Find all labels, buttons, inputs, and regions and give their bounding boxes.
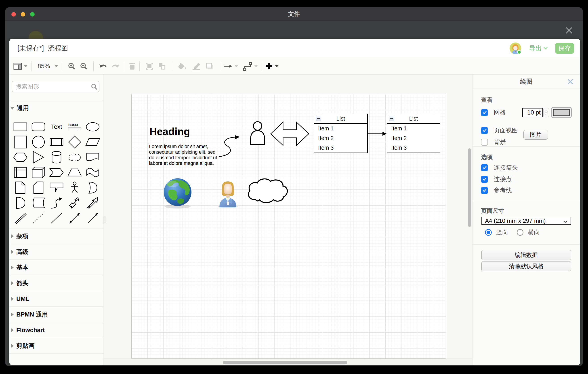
horizontal-scrollbar-track[interactable] [104,359,472,365]
sidebar-section-misc[interactable]: 杂项 [9,228,103,244]
background-image-button[interactable]: 图片 [524,130,548,140]
list-item[interactable]: Item 3 [387,143,440,153]
shape-trapezoid[interactable] [66,165,84,180]
shape-square[interactable] [11,134,29,150]
redo-button[interactable] [111,63,119,69]
horizontal-scrollbar-thumb[interactable] [223,361,347,364]
shape-or[interactable] [84,180,102,195]
zoom-in-button[interactable] [68,62,75,70]
page-size-select[interactable]: A4 (210 mm x 297 mm) ⌄ [482,217,571,225]
grid-color-button[interactable] [551,107,572,118]
export-button[interactable]: 导出 [529,44,547,53]
save-button[interactable]: 保存 [555,43,574,54]
list-item[interactable]: Item 2 [314,133,367,143]
diagram-heading-text[interactable]: Heading [149,125,190,138]
connection-arrows-checkbox[interactable] [481,164,488,171]
sidebar-section-arrows[interactable]: 箭头 [9,275,103,291]
page-view-checkbox[interactable] [481,127,488,134]
sidebar-section-advanced[interactable]: 高级 [9,244,103,260]
list-item[interactable]: Item 1 [314,124,367,133]
view-layout-caret-icon[interactable] [24,65,28,67]
list-shape-1[interactable]: List Item 1 Item 2 Item 3 [314,114,368,153]
undo-button[interactable] [99,63,107,69]
diagram-cloud-shape[interactable] [246,176,289,205]
shape-actor[interactable] [66,180,84,195]
diagram-person-shape[interactable] [249,121,266,145]
shape-bidirectional-arrow[interactable] [66,195,84,210]
shape-line[interactable] [47,210,65,226]
shape-triangle[interactable] [29,150,47,165]
shape-curve[interactable] [47,195,65,210]
shape-parallelogram[interactable] [84,134,102,150]
shape-ellipse[interactable] [84,119,102,134]
shape-cloud[interactable] [66,150,84,165]
guides-checkbox[interactable] [481,187,488,194]
shape-step[interactable] [47,165,65,180]
sidebar-resize-handle[interactable] [104,217,106,223]
shape-and[interactable] [11,195,29,210]
drawing-canvas[interactable]: Heading Lorem ipsum dolor sit amet, cons… [104,75,472,365]
diagram-paragraph-text[interactable]: Lorem ipsum dolor sit amet, consectetur … [149,144,217,166]
shape-link[interactable] [11,210,29,226]
shape-note[interactable] [11,180,29,195]
list-item[interactable]: Item 1 [387,124,440,133]
shape-cube[interactable] [29,165,47,180]
shape-dashed-line[interactable] [29,210,47,226]
connection-style-caret-icon[interactable] [234,65,238,67]
list-item[interactable]: Item 3 [314,143,367,153]
list-2-header[interactable]: List [387,114,440,124]
list-item[interactable]: Item 2 [387,133,440,143]
landscape-radio[interactable] [517,229,524,236]
diagram-globe-clipart[interactable] [163,177,193,209]
line-color-button[interactable] [192,62,201,70]
shape-data-storage[interactable] [29,195,47,210]
insert-caret-icon[interactable] [275,65,279,67]
shape-process[interactable] [47,134,65,150]
grid-size-input[interactable] [522,108,543,117]
shape-text[interactable]: Text [47,119,65,134]
shape-tape[interactable] [84,165,102,180]
list-shape-2[interactable]: List Item 1 Item 2 Item 3 [387,114,440,153]
to-back-button[interactable] [158,62,166,70]
shape-card[interactable] [29,180,47,195]
connection-points-checkbox[interactable] [481,176,488,183]
insert-button[interactable] [265,62,273,70]
sidebar-section-bpmn[interactable]: BPMN 通用 [9,307,103,322]
portrait-radio[interactable] [485,229,492,236]
sidebar-section-basic[interactable]: 基本 [9,260,103,275]
shape-diamond[interactable] [66,134,84,150]
diagram-curve-connector[interactable] [218,133,242,158]
to-front-button[interactable] [146,62,154,70]
diagram-businesswoman-clipart[interactable] [217,181,239,208]
vertical-scrollbar-thumb[interactable] [468,148,471,227]
shape-arrow[interactable] [84,195,102,210]
sidebar-section-general[interactable]: 通用 [9,101,103,115]
zoom-caret-icon[interactable] [54,65,58,67]
shadow-button[interactable] [206,62,214,70]
sidebar-section-clipart[interactable]: 剪贴画 [9,338,103,354]
diagram-connector-arrow[interactable] [368,130,387,137]
shape-circle[interactable] [29,134,47,150]
edit-data-button[interactable]: 编辑数据 [482,250,571,260]
fill-color-button[interactable] [178,62,187,70]
shape-cylinder[interactable] [47,150,65,165]
shape-bidirectional-connector[interactable] [66,210,84,226]
shape-directional-connector[interactable] [84,210,102,226]
view-layout-button[interactable] [13,63,22,70]
diagram-double-arrow-shape[interactable] [270,121,309,146]
panel-close-icon[interactable] [567,78,574,85]
list-1-header[interactable]: List [314,114,367,124]
zoom-out-button[interactable] [80,62,88,70]
grid-checkbox[interactable] [481,109,488,116]
background-checkbox[interactable] [481,139,488,146]
shape-hexagon[interactable] [11,150,29,165]
grid-size-stepper[interactable] [543,108,549,117]
collapse-icon[interactable] [389,116,394,121]
shape-callout[interactable] [47,180,65,195]
shape-internal-storage[interactable] [11,165,29,180]
close-icon[interactable] [565,26,573,34]
search-input[interactable] [12,83,91,90]
sidebar-section-flowchart[interactable]: Flowchart [9,322,103,338]
clear-default-style-button[interactable]: 清除默认风格 [482,261,571,271]
zoom-level-display[interactable]: 85% [35,63,52,70]
